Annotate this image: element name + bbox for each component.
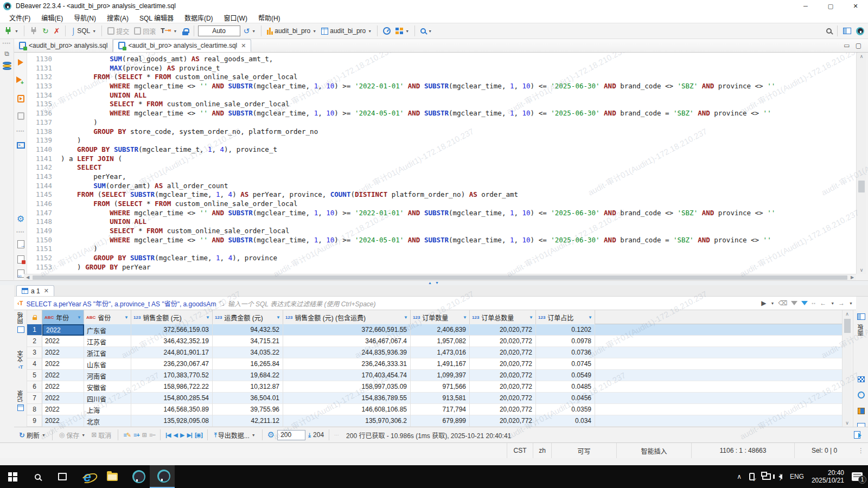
grid-cell[interactable]: 372,660,591.55 [283, 324, 411, 336]
menu-item-7[interactable]: 帮助(H) [253, 12, 285, 23]
grid-cell[interactable]: 20,020,772 [470, 347, 536, 358]
internet-explorer-button[interactable]: e [75, 465, 100, 488]
grid-cell[interactable]: 广东省 [84, 324, 131, 336]
last-row-icon[interactable]: ▶| [187, 432, 192, 439]
grid-cell[interactable]: 0.1202 [536, 324, 595, 336]
scroll-right-icon[interactable]: ▶ [848, 275, 856, 280]
grid-cell[interactable]: 江苏省 [84, 336, 131, 347]
table-row[interactable]: 62022安徽省158,986,722.2210,312.87158,997,0… [27, 381, 842, 393]
save-filter-icon[interactable] [791, 301, 797, 305]
grid-cell[interactable]: 1,957,082 [411, 336, 470, 347]
grid-cell[interactable]: 2022 [42, 347, 84, 358]
table-row[interactable]: 82022上海146,568,350.8939,755.96146,608,10… [27, 404, 842, 415]
grid-cell[interactable]: 158,986,722.22 [131, 381, 213, 393]
tab-analysis-cleartime-sql[interactable]: <audit_bi_pro> analysis_cleartime.sql ✕ [113, 39, 251, 52]
volume-icon[interactable] [778, 474, 782, 479]
code-line[interactable]: 1141) a LEFT JOIN ( [27, 155, 856, 164]
grid-cell[interactable]: 154,800,285.54 [131, 393, 213, 404]
grid-cell[interactable]: 0.0456 [536, 393, 595, 404]
reconnect-button[interactable]: ↻ [41, 26, 50, 36]
column-header-4[interactable]: 123销售金额 (元) (包含运费)▼ [283, 310, 411, 324]
grid-cell[interactable]: 1,473,016 [411, 347, 470, 358]
grid-cell[interactable]: 346,467,067.4 [283, 336, 411, 347]
grid-cell[interactable]: 1,099,397 [411, 370, 470, 381]
grid-cell[interactable]: 2,406,839 [411, 324, 470, 336]
calc-panel-button[interactable] [853, 376, 868, 384]
dbeaver-active-taskbar-button[interactable] [150, 465, 175, 488]
close-button[interactable]: ✕ [843, 0, 868, 12]
grid-cell[interactable]: 236,230,067.47 [131, 358, 213, 370]
column-menu-icon[interactable]: ▼ [529, 315, 533, 320]
table-row[interactable]: 22022江苏省346,432,352.1934,715.21346,467,0… [27, 336, 842, 347]
grid-cell[interactable]: 971,566 [411, 381, 470, 393]
editor-vscrollbar[interactable]: ∧ ∨ [856, 53, 866, 274]
grid-cell[interactable]: 158,997,035.09 [283, 381, 411, 393]
grid-cell[interactable]: 0.0736 [536, 347, 595, 358]
column-menu-icon[interactable]: ▼ [124, 315, 129, 320]
disconnect-button[interactable]: ✗ [52, 26, 62, 36]
connect-button[interactable] [28, 25, 39, 36]
view-text-tab[interactable]: 文本 ‹T [14, 350, 27, 370]
code-line[interactable]: 1136 WHERE mgclear_time <> '' AND SUBSTR… [27, 109, 856, 118]
code-line[interactable]: 1145 FROM (SELECT SUBSTR(mgclear_time, 1… [27, 190, 856, 200]
row-header-corner[interactable] [27, 310, 42, 324]
delete-row-icon[interactable]: ≡− [149, 432, 155, 438]
code-line[interactable]: 1152 GROUP BY SUBSTR(mgclear_time, 1, 4)… [27, 254, 856, 263]
code-line[interactable]: 1151 ) [27, 245, 856, 254]
column-header-0[interactable]: ABC年份▼ [42, 310, 84, 324]
minimize-editor-icon[interactable]: ▭ [844, 42, 850, 49]
grid-cell[interactable]: 0.0485 [536, 381, 595, 393]
column-menu-icon[interactable]: ▼ [276, 315, 280, 320]
grid-cell[interactable]: 20,020,772 [470, 324, 536, 336]
table-row[interactable]: 32022浙江省244,801,901.1734,035.22244,835,9… [27, 347, 842, 358]
code-line[interactable]: 1148 UNION ALL [27, 217, 856, 227]
grid-cell[interactable]: 170,403,454.74 [283, 370, 411, 381]
commit-button[interactable]: 提交 [106, 25, 131, 37]
grid-cell[interactable]: 山东省 [84, 358, 131, 370]
row-number[interactable]: 4 [27, 358, 42, 370]
row-number[interactable]: 5 [27, 370, 42, 381]
drag-handle[interactable]: ▪▪▪▪ [3, 41, 11, 46]
grid-cell[interactable]: 20,020,772 [470, 336, 536, 347]
row-number[interactable]: 8 [27, 404, 42, 415]
scroll-up-icon[interactable]: ∧ [857, 54, 866, 59]
grid-cell[interactable]: 0.0745 [536, 358, 595, 370]
grid-cell[interactable]: 16,265.84 [213, 358, 283, 370]
scroll-left-icon[interactable]: ◀ [24, 275, 31, 280]
new-connection-button[interactable]: ▼ [2, 25, 20, 36]
grid-cell[interactable]: 170,383,770.52 [131, 370, 213, 381]
explain-plan-button[interactable] [14, 112, 27, 121]
table-row[interactable]: 92022北京135,928,095.0842,211.12135,970,30… [27, 415, 842, 427]
nav-forward-icon[interactable]: → [838, 299, 845, 307]
grid-cell[interactable]: 42,211.12 [213, 415, 283, 427]
column-header-1[interactable]: ABC省份▼ [84, 310, 131, 324]
editor-hscroll-thumb[interactable] [33, 275, 847, 280]
dashboard-button[interactable] [381, 26, 392, 36]
execute-statement-button[interactable] [14, 59, 27, 67]
quick-search-button[interactable] [825, 27, 833, 35]
grid-cell[interactable]: 679,899 [411, 415, 470, 427]
grid-cell[interactable]: 135,970,306.2 [283, 415, 411, 427]
rollback-button[interactable]: 回滚 [132, 25, 157, 37]
column-header-6[interactable]: 123订单总数量▼ [470, 310, 536, 324]
taskbar-clock[interactable]: 20:40 2025/10/21 [812, 469, 844, 484]
code-line[interactable]: 1134 UNION ALL [27, 91, 856, 100]
grid-cell[interactable]: 34,715.21 [213, 336, 283, 347]
view-grid-tab[interactable]: 网格 [14, 312, 27, 333]
grid-cell[interactable]: 0.0359 [536, 404, 595, 415]
row-number[interactable]: 1 [27, 324, 42, 336]
nav-forward-dropdown[interactable]: ▼ [849, 301, 853, 305]
dbeaver-taskbar-button[interactable] [125, 465, 150, 488]
dbeaver-perspective-button[interactable] [854, 26, 866, 36]
first-row-icon[interactable]: |◀ [165, 432, 171, 439]
row-number[interactable]: 7 [27, 393, 42, 404]
transaction-mode-button[interactable]: T⭲ ▼ [159, 26, 178, 36]
copy-status-icon[interactable] [854, 431, 860, 439]
code-line[interactable]: 1138 GROUP BY store_code, system_order_n… [27, 127, 856, 137]
perspective-button[interactable] [841, 27, 853, 35]
focus-row-icon[interactable]: [◉] [195, 432, 202, 439]
splitter-grip-icon[interactable]: ▲ ▼ [0, 281, 868, 285]
grid-cell[interactable]: 135,928,095.08 [131, 415, 213, 427]
maximize-button[interactable]: ▢ [818, 0, 843, 12]
code-line[interactable]: 1135 SELECT * FROM custom_online_sale_or… [27, 100, 856, 109]
